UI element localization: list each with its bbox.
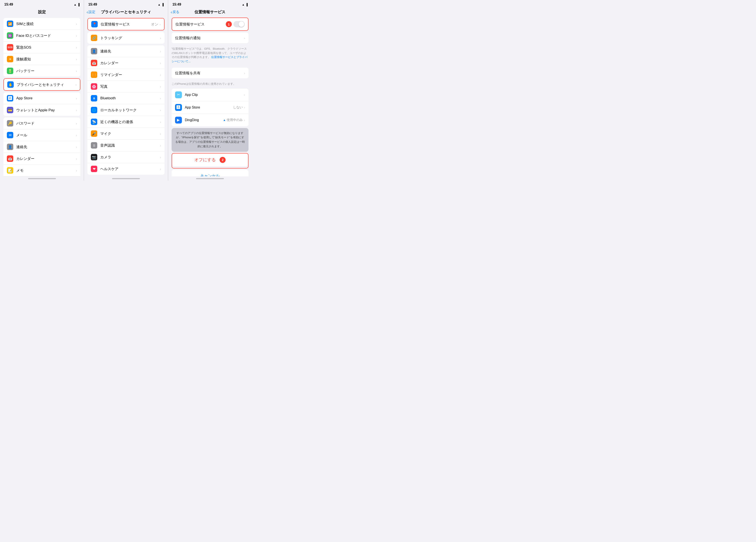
list-item-bluetooth-p2[interactable]: ʙ Bluetooth › [87,93,164,104]
sim-icon: 📶 [7,21,13,27]
panel-settings: 15:49 ▲ ▐ 設定 📶 SIMと接続 › 🆔 Face IDとパスコード … [0,0,84,181]
wallet-label: ウォレットとApple Pay [16,108,76,113]
camera-label-p2: カメラ [100,155,160,160]
chevron-contact: › [76,57,77,61]
back-button-2[interactable]: ‹ 設定 [87,10,95,15]
nearby-label: 近くの機器との連係 [100,120,160,124]
list-item-appclip[interactable]: ✂ App Clip › [172,89,249,101]
sos-label: 緊急SOS [16,45,76,50]
nearby-icon: 📡 [91,119,97,125]
battery-icon-3: ▐ [246,3,248,6]
turn-off-button[interactable]: オフにする 2 [172,154,248,166]
status-icons-3: ▲ ▐ [242,3,248,6]
health-icon: ❤ [91,166,97,172]
mail-icon: ✉ [7,132,13,138]
location-label-p2: 位置情報サービス [101,22,151,27]
health-label: ヘルスケア [100,167,160,172]
list-item-notice[interactable]: 位置情報の通知 › [172,33,249,43]
memo-label: メモ [16,168,76,173]
calendar-label-p2: カレンダー [100,61,160,66]
contact-icon: ☀ [7,56,13,62]
home-indicator-2 [84,176,168,181]
list-item-faceid[interactable]: 🆔 Face IDとパスコード › [3,30,80,42]
turn-off-label: オフにする [194,157,216,163]
step-badge-1: 1 [226,21,232,27]
battery-label: バッテリー [16,69,76,73]
location-arrow-icon: ▲ [223,118,226,122]
privacy-label: プライバシーとセキュリティ [17,82,75,87]
appstore-value-p3: しない [233,105,243,109]
list-item-share[interactable]: 位置情報を共有 › [172,68,249,78]
list-item-appstore-p3[interactable]: 🅰 App Store しない › [172,101,249,114]
wifi-icon-2: ▲ [158,3,161,6]
list-item-camera-p2[interactable]: 📷 カメラ › [87,151,164,163]
dingding-value: 使用中のみ [227,118,243,122]
list-item-tracking[interactable]: 🔗 トラッキング › [87,32,164,44]
appstore-label: App Store [16,96,76,100]
list-item-calendar-p2[interactable]: 📅 カレンダー › [87,57,164,69]
group-tracking: 🔗 トラッキング › [87,32,164,44]
chevron-mic: › [160,132,161,136]
back-button-3[interactable]: ‹ 戻る [171,10,180,15]
list-item-localnet[interactable]: 🌐 ローカルネットワーク › [87,104,164,116]
status-bar-3: 15:49 ▲ ▐ [168,0,252,8]
contacts-icon-p2: 👤 [91,48,97,54]
list-item-contacts2[interactable]: 👤 連絡先 › [3,141,80,153]
group-top: 📶 SIMと接続 › 🆔 Face IDとパスコード › SOS 緊急SOS ›… [3,18,80,77]
share-sub-text: このiPhoneは位置情報の共有に使用されています。 [168,80,252,89]
location-toggle-switch[interactable] [234,21,245,27]
group-privacy: ✋ プライバシーとセキュリティ › [3,78,80,91]
location-value-p2: オン [151,22,158,27]
list-item-mic[interactable]: 🎤 マイク › [87,128,164,140]
appstore-icon-p3: 🅰 [175,104,182,111]
camera-icon-p2: 📷 [91,154,97,160]
nav-title-2: プライバシーとセキュリティ [101,9,151,15]
list-item-sos[interactable]: SOS 緊急SOS › [3,42,80,53]
calendar2-icon: 📅 [7,156,13,162]
panel-location: 15:49 ▲ ▐ ‹ 戻る 位置情報サービス 位置情報サービス 1 位置情報 [168,0,252,181]
memo-icon: 📝 [7,167,13,174]
chevron-camera-p2: › [160,156,161,159]
settings-list-1: 📶 SIMと接続 › 🆔 Face IDとパスコード › SOS 緊急SOS ›… [0,16,84,176]
toggle-group: 1 [224,21,245,27]
nav-title-3: 位置情報サービス [195,9,225,15]
list-item-battery[interactable]: 🔋 バッテリー › [3,65,80,77]
contacts2-label: 連絡先 [16,145,76,150]
list-item-health[interactable]: ❤ ヘルスケア › [87,163,164,175]
list-item-photos-p2[interactable]: 🌸 写真 › [87,81,164,93]
list-item-privacy[interactable]: ✋ プライバシーとセキュリティ › [4,79,80,90]
status-icons-2: ▲ ▐ [158,3,164,6]
list-item-sim[interactable]: 📶 SIMと接続 › [3,18,80,30]
list-item-reminder-p2[interactable]: ⋮⋮ リマインダー › [87,69,164,81]
group-bottom: 🔑 パスワード › ✉ メール › 👤 連絡先 › 📅 カレンダー › 📝 [3,118,80,176]
chevron-bluetooth-p2: › [160,97,161,100]
list-item-contacts-p2[interactable]: 👤 連絡先 › [87,45,164,57]
list-item-location-p2[interactable]: 📍 位置情報サービス オン › [88,18,164,30]
list-item-password[interactable]: 🔑 パスワード › [3,118,80,129]
contact-label: 接触通知 [16,57,76,62]
cancel-button[interactable]: キャンセル [172,170,249,176]
list-item-appstore[interactable]: 🅰 App Store › [3,93,80,104]
list-item-dingding[interactable]: ▶ DingDing ▲ 使用中のみ › [172,114,249,126]
chevron-calendar-p2: › [160,61,161,65]
list-item-calendar2[interactable]: 📅 カレンダー › [3,153,80,165]
time-1: 15:49 [4,3,13,6]
list-item-voice[interactable]: ||| 音声認識 › [87,140,164,151]
sim-label: SIMと接続 [16,21,76,26]
chevron-sim: › [76,22,77,26]
time-3: 15:49 [172,3,181,6]
list-item-wallet[interactable]: 💳 ウォレットとApple Pay › [3,104,80,116]
battery-icon-2: ▐ [162,3,163,6]
chevron-voice: › [160,144,161,147]
group-appstore: 🅰 App Store › 💳 ウォレットとApple Pay › [3,93,80,116]
list-item-nearby[interactable]: 📡 近くの機器との連係 › [87,116,164,128]
chevron-nearby: › [160,120,161,124]
chevron-photos-p2: › [160,85,161,88]
list-item-contact[interactable]: ☀ 接触通知 › [3,53,80,65]
list-item-memo[interactable]: 📝 メモ › [3,165,80,176]
mic-icon: 🎤 [91,130,97,137]
list-item-mail[interactable]: ✉ メール › [3,129,80,141]
bluetooth-icon-p2: ʙ [91,95,97,102]
password-icon: 🔑 [7,120,13,127]
popup-text: すべてのアプリの位置情報サービスが無効になりますが、"iPhoneを探す"を使用… [175,131,245,149]
